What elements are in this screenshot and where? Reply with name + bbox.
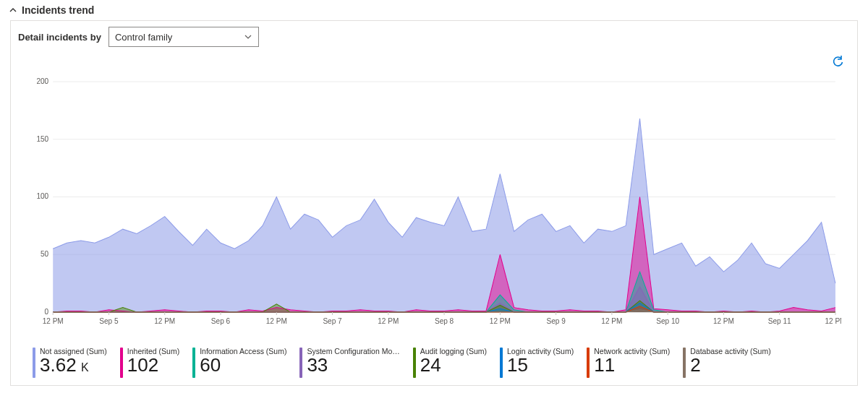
svg-text:Sep 7: Sep 7 xyxy=(323,317,342,325)
incidents-trend-chart[interactable]: 05010015020012 PMSep 512 PMSep 612 PMSep… xyxy=(27,77,841,334)
svg-text:12 PM: 12 PM xyxy=(490,317,511,325)
svg-text:12 PM: 12 PM xyxy=(266,317,287,325)
legend-color-bar xyxy=(192,348,195,378)
detail-by-select[interactable]: Control family xyxy=(109,27,259,47)
svg-text:12 PM: 12 PM xyxy=(43,317,64,325)
svg-text:12 PM: 12 PM xyxy=(378,317,399,325)
legend-item[interactable]: Network activity (Sum)11 xyxy=(587,348,670,378)
section-title: Incidents trend xyxy=(22,4,94,16)
legend-label: Database activity (Sum) xyxy=(690,348,770,355)
legend-value: 11 xyxy=(594,355,670,375)
svg-text:Sep 9: Sep 9 xyxy=(546,317,566,325)
legend-value: 33 xyxy=(307,355,399,375)
svg-text:Sep 10: Sep 10 xyxy=(656,317,679,325)
legend-item[interactable]: Login activity (Sum)15 xyxy=(500,348,574,378)
svg-text:0: 0 xyxy=(45,308,49,316)
legend-value: 2 xyxy=(690,355,770,375)
chevron-down-icon xyxy=(244,33,252,41)
svg-text:Sep 6: Sep 6 xyxy=(211,317,231,325)
svg-text:12 PM: 12 PM xyxy=(154,317,175,325)
legend-color-bar xyxy=(500,348,503,378)
legend-value: 3.62 K xyxy=(40,355,107,375)
collapse-icon[interactable] xyxy=(9,6,17,14)
detail-by-label: Detail incidents by xyxy=(18,32,101,43)
legend-value: 24 xyxy=(420,355,487,375)
legend-value: 15 xyxy=(507,355,574,375)
svg-text:Sep 8: Sep 8 xyxy=(435,317,454,325)
legend-item[interactable]: Information Access (Sum)60 xyxy=(192,348,286,378)
chart-panel: Detail incidents by Control family 05010… xyxy=(10,20,858,386)
toolbar: Detail incidents by Control family xyxy=(11,21,857,47)
legend-color-bar xyxy=(587,348,590,378)
legend-value: 60 xyxy=(200,355,286,375)
legend-color-bar xyxy=(33,348,35,378)
legend-color-bar xyxy=(413,348,416,378)
svg-text:12 PM: 12 PM xyxy=(601,317,622,325)
svg-text:50: 50 xyxy=(41,250,49,258)
svg-text:150: 150 xyxy=(36,135,48,143)
legend-item[interactable]: Database activity (Sum)2 xyxy=(683,348,770,378)
reset-view-icon[interactable] xyxy=(831,56,844,72)
legend-value: 102 xyxy=(127,355,179,375)
svg-text:100: 100 xyxy=(36,193,48,201)
section-header: Incidents trend xyxy=(0,0,868,20)
svg-text:12 PM: 12 PM xyxy=(825,317,841,325)
legend-color-bar xyxy=(120,348,123,378)
svg-text:Sep 5: Sep 5 xyxy=(99,317,119,325)
legend-item[interactable]: Inherited (Sum)102 xyxy=(120,348,179,378)
legend-item[interactable]: Not assigned (Sum)3.62 K xyxy=(33,348,107,378)
svg-text:200: 200 xyxy=(36,77,48,85)
legend-item[interactable]: System Configuration Mo…33 xyxy=(299,348,399,378)
svg-text:Sep 11: Sep 11 xyxy=(768,317,791,325)
legend-color-bar xyxy=(683,348,686,378)
legend-item[interactable]: Audit logging (Sum)24 xyxy=(413,348,487,378)
svg-text:12 PM: 12 PM xyxy=(713,317,734,325)
detail-by-select-value: Control family xyxy=(115,32,172,43)
legend-color-bar xyxy=(299,348,302,378)
legend: Not assigned (Sum)3.62 KInherited (Sum)1… xyxy=(33,348,841,378)
